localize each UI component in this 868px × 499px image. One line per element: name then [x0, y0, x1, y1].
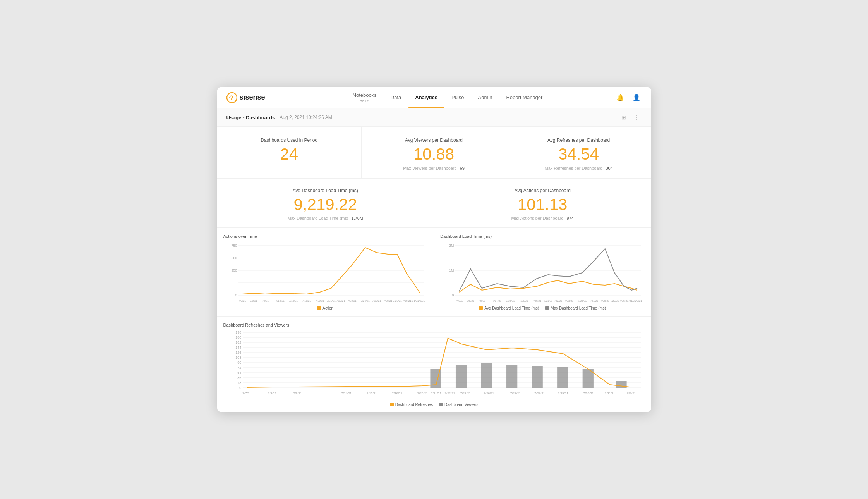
svg-text:7/21/21: 7/21/21 — [431, 392, 441, 395]
kpi-avg-actions-value: 101.13 — [443, 196, 642, 213]
kpi-load-time-value: 9,219.22 — [226, 196, 425, 213]
svg-text:7/8/21: 7/8/21 — [467, 299, 474, 302]
svg-text:7/21/21: 7/21/21 — [544, 299, 553, 302]
svg-text:7/22/21: 7/22/21 — [336, 299, 345, 302]
svg-text:7/22/21: 7/22/21 — [444, 392, 455, 395]
nav-item-notebooks[interactable]: Notebooks BETA — [346, 87, 384, 108]
legend-avg-load: Avg Dashboard Load Time (ms) — [479, 306, 539, 310]
kpi-row-1: Dashboards Used in Period 24 Avg Viewers… — [217, 127, 651, 178]
svg-text:250: 250 — [231, 268, 237, 272]
kpi-avg-refreshes: Avg Refreshes per Dashboard 34.54 Max Re… — [506, 127, 651, 178]
chart3-area: 198 180 162 144 126 108 90 72 54 36 18 0 — [223, 330, 645, 400]
kpi-avg-actions: Avg Actions per Dashboard 101.13 Max Act… — [434, 179, 651, 227]
svg-text:7/28/21: 7/28/21 — [534, 392, 545, 395]
svg-text:7/31/21: 7/31/21 — [604, 392, 615, 395]
legend-avg-load-label: Avg Dashboard Load Time (ms) — [484, 306, 539, 310]
svg-text:8/2/21: 8/2/21 — [635, 299, 642, 302]
svg-text:7/8/21: 7/8/21 — [250, 299, 257, 302]
svg-text:7/20/21: 7/20/21 — [315, 299, 324, 302]
legend-viewers-label: Dashboard Viewers — [444, 403, 478, 407]
nav-item-pulse[interactable]: Pulse — [444, 87, 471, 108]
svg-text:180: 180 — [235, 336, 241, 339]
legend-max-load-dot — [545, 306, 549, 310]
chart-actions-over-time: Actions over Time 750 500 250 0 — [217, 228, 434, 316]
logo[interactable]: sisense — [226, 92, 265, 103]
kpi-load-time-sub-label: Max Dashboard Load Time (ms) — [287, 216, 348, 220]
notification-icon[interactable]: 🔔 — [615, 92, 626, 103]
nav-item-analytics[interactable]: Analytics — [408, 87, 444, 108]
svg-rect-76 — [481, 363, 492, 388]
nav-item-data[interactable]: Data — [384, 87, 408, 108]
user-icon[interactable]: 👤 — [631, 92, 642, 103]
svg-rect-78 — [532, 366, 542, 388]
breadcrumb-date: Aug 2, 2021 10:24:26 AM — [280, 115, 332, 120]
kpi-avg-actions-sub: Max Actions per Dashboard 974 — [443, 216, 642, 220]
svg-text:8/2/21: 8/2/21 — [417, 299, 425, 302]
kpi-avg-actions-sub-value: 974 — [567, 216, 574, 220]
svg-text:7/23/21: 7/23/21 — [347, 299, 356, 302]
breadcrumb-bar: Usage - Dashboards Aug 2, 2021 10:24:26 … — [217, 108, 651, 127]
kpi-avg-viewers-sub: Max Viewers per Dashboard 69 — [371, 166, 497, 170]
breadcrumb-title: Usage - Dashboards — [226, 115, 275, 120]
kpi-avg-refreshes-value: 34.54 — [516, 145, 642, 163]
kpi-avg-refreshes-sub-value: 304 — [606, 166, 612, 170]
svg-point-0 — [227, 93, 237, 103]
svg-text:7/28/21: 7/28/21 — [600, 299, 609, 302]
svg-text:7/14/21: 7/14/21 — [276, 299, 285, 302]
chart3-title: Dashboard Refreshes and Viewers — [223, 323, 645, 327]
svg-rect-77 — [506, 365, 517, 388]
breadcrumb-right: ⊞ ⋮ — [619, 112, 642, 122]
svg-rect-75 — [455, 365, 466, 388]
svg-text:7/9/21: 7/9/21 — [261, 299, 268, 302]
svg-text:7/22/21: 7/22/21 — [553, 299, 562, 302]
chart1-svg: 750 500 250 0 7/7/21 7/8/21 7/9/21 7/14/… — [223, 242, 428, 304]
chart-load-time: Dashboard Load Time (ms) 2M 1M 0 — [434, 228, 651, 316]
svg-text:7/23/21: 7/23/21 — [564, 299, 573, 302]
svg-text:18: 18 — [237, 381, 241, 385]
svg-text:7/9/21: 7/9/21 — [478, 299, 485, 302]
sisense-logo-icon — [226, 92, 237, 103]
svg-text:7/15/21: 7/15/21 — [366, 392, 377, 395]
legend-refreshes: Dashboard Refreshes — [390, 403, 433, 407]
nav-item-report-manager[interactable]: Report Manager — [499, 87, 549, 108]
kpi-avg-refreshes-label: Avg Refreshes per Dashboard — [516, 138, 642, 143]
svg-text:54: 54 — [237, 371, 241, 375]
logo-text: sisense — [240, 93, 265, 102]
kpi-load-time: Avg Dashboard Load Time (ms) 9,219.22 Ma… — [217, 179, 434, 227]
svg-text:7/7/21: 7/7/21 — [455, 299, 463, 302]
svg-rect-79 — [557, 367, 568, 388]
chart3-legend: Dashboard Refreshes Dashboard Viewers — [223, 400, 645, 409]
kpi-row-2: Avg Dashboard Load Time (ms) 9,219.22 Ma… — [217, 179, 651, 228]
nav-item-admin[interactable]: Admin — [471, 87, 499, 108]
svg-text:7/16/21: 7/16/21 — [519, 299, 528, 302]
svg-text:7/26/21: 7/26/21 — [578, 299, 587, 302]
chart2-svg: 2M 1M 0 7/7/21 7/8/21 7/9/21 7/14/21 7/1… — [440, 242, 645, 304]
kpi-dashboards-used-value: 24 — [226, 145, 352, 163]
svg-text:36: 36 — [237, 376, 241, 380]
chart2-area: 2M 1M 0 7/7/21 7/8/21 7/9/21 7/14/21 7/1… — [440, 242, 645, 304]
svg-text:1M: 1M — [449, 268, 454, 272]
svg-text:7/26/21: 7/26/21 — [360, 299, 369, 302]
svg-text:0: 0 — [235, 293, 237, 297]
app-window: sisense Notebooks BETA Data Analytics Pu… — [217, 87, 651, 412]
legend-viewers: Dashboard Viewers — [439, 403, 478, 407]
svg-text:0: 0 — [239, 386, 241, 390]
svg-text:7/15/21: 7/15/21 — [506, 299, 515, 302]
svg-text:2M: 2M — [449, 244, 454, 248]
kpi-avg-viewers-sub-value: 69 — [460, 166, 465, 170]
svg-text:7/30/21: 7/30/21 — [583, 392, 594, 395]
svg-text:7/16/21: 7/16/21 — [392, 392, 402, 395]
svg-text:7/27/21: 7/27/21 — [510, 392, 520, 395]
chart-refreshes-viewers: Dashboard Refreshes and Viewers — [217, 316, 651, 412]
export-icon[interactable]: ⊞ — [619, 112, 629, 122]
legend-refreshes-label: Dashboard Refreshes — [395, 403, 433, 407]
svg-text:7/27/21: 7/27/21 — [589, 299, 598, 302]
kpi-avg-actions-sub-label: Max Actions per Dashboard — [511, 216, 564, 220]
legend-viewers-dot — [439, 403, 443, 406]
chart1-title: Actions over Time — [223, 234, 428, 239]
svg-text:7/26/21: 7/26/21 — [484, 392, 494, 395]
more-options-icon[interactable]: ⋮ — [632, 112, 642, 122]
kpi-load-time-label: Avg Dashboard Load Time (ms) — [226, 188, 425, 193]
kpi-load-time-sub: Max Dashboard Load Time (ms) 1.76M — [226, 216, 425, 220]
svg-text:7/29/21: 7/29/21 — [393, 299, 401, 302]
